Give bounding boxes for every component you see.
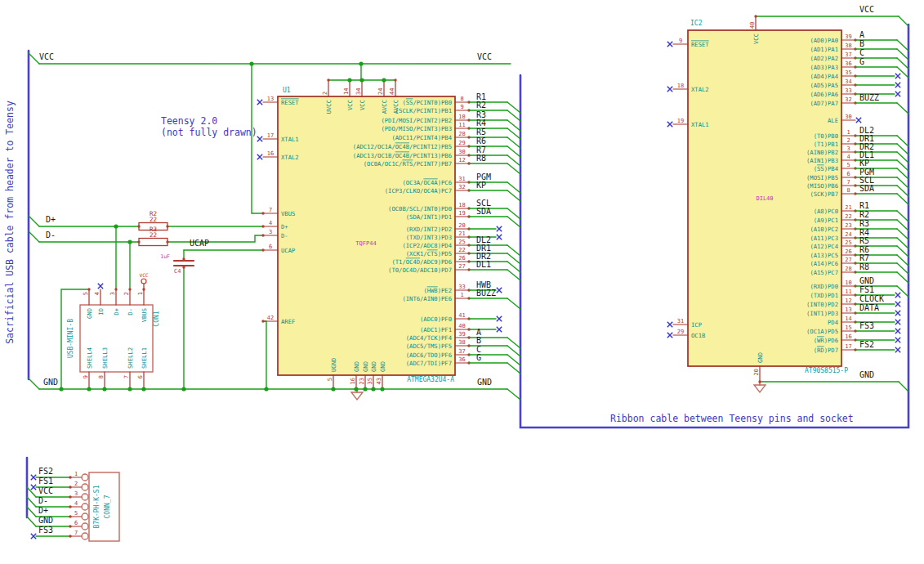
resistor-body	[139, 239, 167, 246]
pin-number: 7	[846, 179, 850, 186]
net-label: FS2	[859, 340, 874, 349]
pin-name: (A8)PC0	[814, 208, 838, 215]
pin-number: 3	[269, 229, 272, 235]
pin-number: 1	[137, 292, 144, 295]
pin-circle	[82, 513, 88, 520]
net-label: R8	[859, 262, 869, 271]
pin-number: 2	[322, 92, 328, 95]
pin-number: 13	[845, 307, 851, 313]
pin-circle	[82, 474, 88, 481]
pin-name: AVCC	[381, 100, 388, 114]
pin-number: 26	[458, 255, 465, 262]
pin-number: 19	[677, 118, 684, 124]
net-label: DATA	[859, 303, 879, 312]
pin-number: 42	[267, 315, 274, 321]
pin-number: 9	[460, 104, 463, 110]
component-con1: CON1USB-MINI-B5GND4ID3D+2D-1VBUS9SHELL48…	[67, 289, 160, 389]
pin-name: (A10)PC2	[810, 226, 838, 233]
pin-number: 21	[458, 231, 465, 237]
pin-name: OC1B	[691, 332, 705, 339]
no-connect-icon	[31, 485, 36, 490]
pin-name: VBUS	[141, 308, 148, 322]
ground-symbol	[754, 382, 766, 392]
pin-name: (MISO)PB6	[806, 182, 838, 190]
pin-number: 24	[377, 88, 384, 95]
pin-name: (TXD)PD1	[810, 292, 838, 299]
pin-number: 6	[137, 375, 144, 378]
pin-number: 34	[845, 78, 851, 85]
pin-number: 11	[845, 289, 851, 295]
no-connect-icon	[98, 284, 103, 289]
pin-name: (OC1A)PD5	[806, 328, 838, 335]
pin-name: (ADC4/TCK)PF4	[406, 334, 452, 342]
reference-designator: CON1	[153, 311, 160, 326]
pin-number: 27	[845, 257, 851, 263]
no-connect-icon	[497, 316, 502, 321]
pin-name: (ADC5/TMS)PF5	[406, 342, 452, 350]
no-connect-icon	[895, 302, 900, 307]
pin-number: 32	[845, 96, 851, 103]
pin-number: 5	[74, 510, 78, 517]
pin-name: ICP	[691, 321, 702, 329]
net-label: BUZZ	[859, 93, 879, 102]
pin-name: UVCC	[325, 100, 333, 114]
pin-name: (A14)PC6	[810, 260, 838, 267]
pin-name: ID	[97, 308, 105, 316]
pin-number: 14	[845, 316, 851, 322]
net-label: CLOCK	[859, 294, 884, 303]
no-connect-icon	[31, 475, 36, 480]
pin-number: 21	[845, 204, 851, 211]
pin-number: 23	[845, 222, 851, 229]
net-label: BUZZ	[476, 289, 496, 298]
pin-name: (ADC12/OC1A/OC4B/PCINT12)PB5	[353, 143, 452, 150]
pin-name: VCC	[359, 100, 366, 110]
pin-number: 29	[458, 140, 465, 146]
net-label: R5	[859, 236, 869, 245]
pin-number: 17	[267, 132, 274, 139]
pin-number: 3	[109, 292, 116, 295]
pin-number: 27	[458, 263, 465, 270]
component-value: B7K-PH-K-S1	[93, 485, 100, 528]
schematic-sheet: U1ATMEGA32U4-ATQFP4413RESET17XTAL116XTAL…	[0, 0, 924, 564]
component-u1: U1ATMEGA32U4-ATQFP4413RESET17XTAL116XTAL…	[257, 80, 520, 389]
no-connect-icon	[856, 118, 861, 123]
pin-name: (AIN0)PB2	[806, 149, 838, 156]
no-connect-icon	[257, 154, 262, 159]
pin-number: 15	[845, 325, 851, 331]
pin-number: 34	[355, 88, 362, 95]
schematic-canvas[interactable]: U1ATMEGA32U4-ATQFP4413RESET17XTAL116XTAL…	[0, 0, 924, 564]
no-connect-icon	[895, 347, 900, 352]
pin-name: (SCK)PB7	[810, 190, 838, 198]
no-connect-icon	[257, 100, 262, 105]
pin-name: XTAL1	[281, 136, 299, 143]
pin-number: 10	[845, 280, 851, 286]
pin-name: (AD7)PA7	[810, 100, 838, 107]
note-text: (not fully drawn)	[161, 127, 257, 138]
no-connect-icon	[257, 137, 262, 141]
component-value: 22	[150, 231, 157, 239]
net-label: A	[859, 30, 864, 39]
pin-name: D-	[281, 232, 288, 239]
no-connect-icon	[667, 333, 672, 338]
pin-name: (SCLK/PCINT1)PB1	[395, 107, 452, 114]
pin-name: VCC	[752, 34, 760, 44]
net-label: GND	[859, 370, 874, 379]
pin-name: (INT1)PD3	[806, 310, 838, 317]
pin-name: (PDI/MOSI/PCINT2)PB2	[381, 117, 452, 124]
pin-number: 6	[269, 244, 272, 250]
pin-number: 37	[845, 51, 851, 58]
pin-number: 2	[123, 292, 130, 295]
pin-name: (AD6)PA6	[810, 91, 838, 98]
net-label: FS1	[38, 477, 53, 486]
no-connect-icon	[497, 327, 502, 332]
component-value: AT90S8515-P	[805, 367, 848, 374]
pin-name: (RD)PD7	[814, 347, 838, 354]
pin-name: (HWB)PE2	[423, 287, 452, 294]
pin-name: GND	[379, 361, 386, 372]
pin-number: 16	[267, 150, 274, 157]
net-label: GND	[859, 276, 874, 285]
pin-name: (ADC7/TDI)PF7	[406, 360, 452, 367]
component-value: 22	[150, 216, 157, 223]
net-label: SDA	[476, 207, 491, 216]
no-connect-icon	[895, 329, 900, 333]
